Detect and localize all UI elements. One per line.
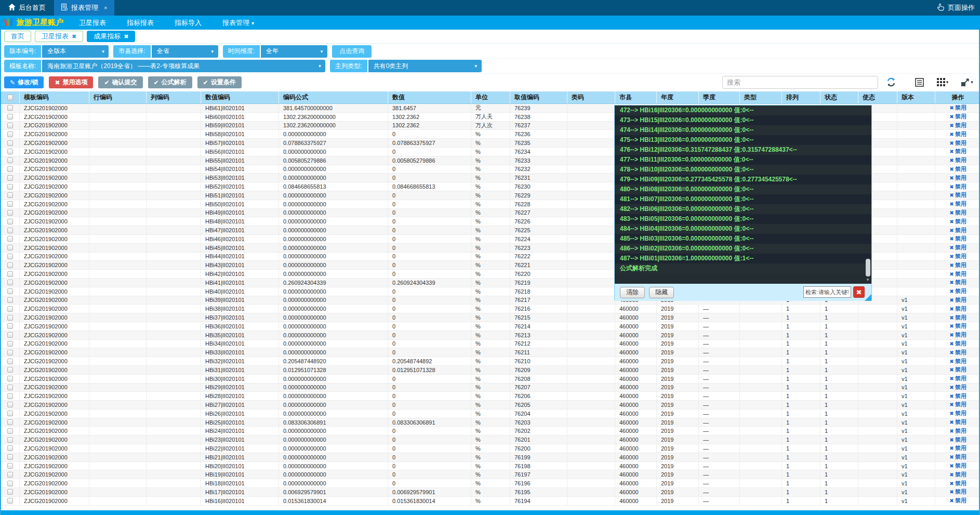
disable-link[interactable]: ✖禁用 (949, 209, 966, 217)
row-checkbox[interactable] (7, 166, 13, 172)
search-input[interactable] (722, 76, 878, 89)
filter-select[interactable]: 全省 (152, 45, 218, 58)
disable-link[interactable]: ✖禁用 (949, 235, 966, 243)
row-checkbox[interactable] (7, 437, 13, 443)
disable-link[interactable]: ✖禁用 (949, 349, 966, 356)
row-checkbox[interactable] (7, 481, 13, 486)
disable-link[interactable]: ✖禁用 (949, 410, 966, 417)
console-scrollbar-thumb[interactable] (866, 259, 870, 276)
list-view-icon[interactable] (913, 76, 925, 88)
row-checkbox[interactable] (7, 114, 13, 120)
row-checkbox[interactable] (7, 219, 13, 225)
公式解析-button[interactable]: ✔公式解析 (148, 76, 192, 88)
disable-link[interactable]: ✖禁用 (949, 340, 966, 348)
nav-item-指标导入[interactable]: 指标导入 (164, 18, 212, 28)
disable-link[interactable]: ✖禁用 (949, 436, 966, 444)
select-all-checkbox[interactable] (7, 95, 13, 100)
row-checkbox[interactable] (7, 262, 13, 268)
row-checkbox[interactable] (7, 306, 13, 312)
row-checkbox[interactable] (7, 498, 13, 504)
disable-link[interactable]: ✖禁用 (949, 462, 966, 470)
resize-corner-handle[interactable] (865, 294, 871, 301)
disable-link[interactable]: ✖禁用 (949, 418, 966, 426)
row-checkbox[interactable] (7, 157, 13, 163)
row-checkbox[interactable] (7, 341, 13, 347)
disable-link[interactable]: ✖禁用 (949, 296, 966, 304)
disable-link[interactable]: ✖禁用 (949, 227, 966, 234)
row-checkbox[interactable] (7, 419, 13, 425)
console-hide-button[interactable]: 隐藏 (649, 287, 674, 298)
设置条件-button[interactable]: ✔设置条件 (197, 76, 242, 88)
row-checkbox[interactable] (7, 323, 13, 329)
scroll-down-arrow-icon[interactable]: ▼ (866, 278, 870, 282)
row-checkbox[interactable] (7, 149, 13, 154)
disable-link[interactable]: ✖禁用 (949, 366, 966, 374)
disable-link[interactable]: ✖禁用 (949, 218, 966, 226)
top-tab-close-icon[interactable]: × (104, 5, 107, 11)
row-checkbox[interactable] (7, 123, 13, 128)
workspace-tab-首页[interactable]: 首页 (4, 31, 31, 42)
disable-link[interactable]: ✖禁用 (949, 156, 966, 164)
row-checkbox[interactable] (7, 367, 13, 373)
disable-link[interactable]: ✖禁用 (949, 488, 966, 496)
row-checkbox[interactable] (7, 454, 13, 460)
disable-link[interactable]: ✖禁用 (949, 174, 966, 182)
top-tab-report-management[interactable]: 报表管理 × (54, 0, 114, 16)
console-close-button[interactable]: ✖ (853, 286, 865, 298)
disable-link[interactable]: ✖禁用 (949, 130, 966, 138)
row-checkbox[interactable] (7, 332, 13, 338)
filter-select[interactable]: 共有0类主列 (368, 60, 482, 72)
disable-link[interactable]: ✖禁用 (949, 497, 966, 505)
row-checkbox[interactable] (7, 201, 13, 207)
row-checkbox[interactable] (7, 385, 13, 390)
filter-select[interactable]: 全版本 (42, 45, 109, 58)
row-checkbox[interactable] (7, 472, 13, 478)
disable-link[interactable]: ✖禁用 (949, 427, 966, 435)
row-checkbox[interactable] (7, 350, 13, 355)
disable-link[interactable]: ✖禁用 (949, 384, 966, 391)
columns-grid-icon[interactable]: ▾ (934, 76, 951, 88)
refresh-icon[interactable] (885, 76, 897, 88)
disable-link[interactable]: ✖禁用 (949, 113, 966, 121)
disable-link[interactable]: ✖禁用 (949, 139, 966, 147)
filter-select[interactable]: 全年 (261, 45, 327, 58)
row-checkbox[interactable] (7, 175, 13, 181)
disable-link[interactable]: ✖禁用 (949, 375, 966, 382)
row-checkbox[interactable] (7, 393, 13, 399)
close-icon[interactable]: ✖ (72, 33, 76, 40)
console-clear-button[interactable]: 清除 (620, 287, 645, 298)
disable-link[interactable]: ✖禁用 (949, 471, 966, 479)
row-checkbox[interactable] (7, 140, 13, 146)
row-checkbox[interactable] (7, 245, 13, 250)
disable-link[interactable]: ✖禁用 (949, 331, 966, 339)
disable-link[interactable]: ✖禁用 (949, 392, 966, 400)
disable-link[interactable]: ✖禁用 (949, 480, 966, 487)
disable-link[interactable]: ✖禁用 (949, 401, 966, 408)
row-checkbox[interactable] (7, 236, 13, 242)
确认提交-button[interactable]: ✔确认提交 (98, 76, 142, 88)
disable-link[interactable]: ✖禁用 (949, 148, 966, 155)
row-checkbox[interactable] (7, 271, 13, 277)
disable-link[interactable]: ✖禁用 (949, 444, 966, 452)
row-checkbox[interactable] (7, 254, 13, 259)
disable-link[interactable]: ✖禁用 (949, 322, 966, 330)
workspace-tab-卫星报表[interactable]: 卫星报表✖ (35, 31, 83, 42)
disable-link[interactable]: ✖禁用 (949, 305, 966, 313)
console-search-input[interactable] (803, 286, 851, 298)
nav-item-指标报表[interactable]: 指标报表 (116, 18, 164, 28)
row-checkbox[interactable] (7, 184, 13, 190)
nav-item-卫星报表[interactable]: 卫星报表 (69, 18, 116, 28)
disable-link[interactable]: ✖禁用 (949, 314, 966, 322)
row-checkbox[interactable] (7, 402, 13, 407)
backend-home-button[interactable]: 后台首页 (0, 0, 54, 16)
row-checkbox[interactable] (7, 463, 13, 469)
row-checkbox[interactable] (7, 411, 13, 416)
row-checkbox[interactable] (7, 297, 13, 303)
row-checkbox[interactable] (7, 445, 13, 451)
disable-link[interactable]: ✖禁用 (949, 104, 966, 112)
row-checkbox[interactable] (7, 105, 13, 111)
row-checkbox[interactable] (7, 376, 13, 381)
禁用选项-button[interactable]: ✖禁用选项 (49, 76, 93, 88)
row-checkbox[interactable] (7, 489, 13, 495)
row-checkbox[interactable] (7, 228, 13, 233)
